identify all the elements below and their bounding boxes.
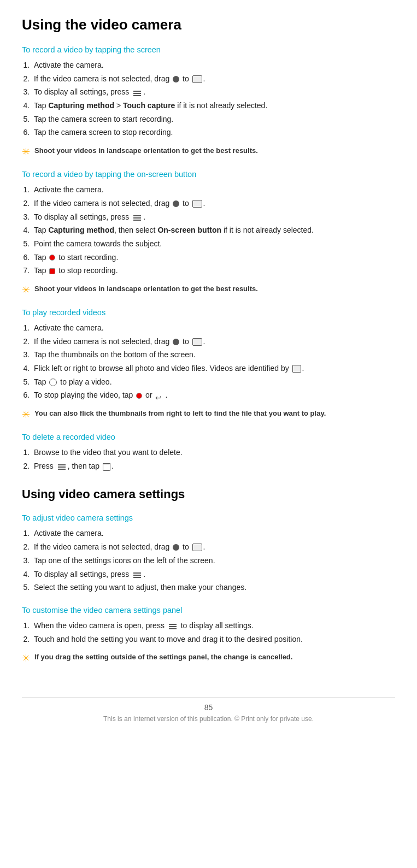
section-title-4: To delete a recorded video (22, 433, 395, 441)
section-title-6: To customise the video camera settings p… (22, 606, 395, 615)
footer: 85 This is an Internet version of this p… (22, 697, 395, 723)
bold-text: On-screen button (157, 226, 221, 234)
circle-icon (173, 76, 179, 82)
tip-text-1: Shoot your videos in landscape orientati… (34, 145, 258, 156)
step-item: If the video camera is not selected, dra… (32, 336, 395, 348)
step-item: Tap the camera screen to start recording… (32, 114, 395, 126)
step-item: Tap the thumbnails on the bottom of the … (32, 349, 395, 361)
back-icon: ↩ (155, 392, 164, 400)
circle-icon (173, 200, 179, 207)
steps-record-tapping: Activate the camera. If the video camera… (32, 60, 395, 139)
tip-box-1: ✳ Shoot your videos in landscape orienta… (22, 145, 395, 158)
record-icon (49, 255, 55, 261)
step-item: Tap the camera screen to stop recording. (32, 127, 395, 139)
step-item: Tap Capturing method, then select On-scr… (32, 225, 395, 237)
step-item: To display all settings, press . (32, 211, 395, 223)
menu-icon (57, 463, 67, 470)
steps-adjust-settings: Activate the camera. If the video camera… (32, 528, 395, 593)
tip-icon: ✳ (22, 652, 30, 664)
videocam-icon (192, 544, 202, 551)
circle-icon (173, 544, 179, 551)
page-title: Using the video camera (22, 16, 395, 33)
trash-icon (103, 462, 110, 471)
step-item: Touch and hold the setting you want to m… (32, 634, 395, 646)
bold-text: Capturing method (48, 226, 114, 234)
steps-customise-panel: When the video camera is open, press to … (32, 620, 395, 645)
stop-red-icon (136, 393, 142, 399)
tip-icon: ✳ (22, 409, 30, 421)
step-item: Tap Capturing method > Touch capture if … (32, 100, 395, 112)
step-item: Browse to the video that you want to del… (32, 447, 395, 459)
page-number: 85 (22, 703, 395, 712)
circle-icon (173, 339, 179, 345)
stop-icon (49, 268, 55, 274)
tip-box-2: ✳ Shoot your videos in landscape orienta… (22, 284, 395, 296)
videofile-icon (292, 365, 301, 373)
step-item: To display all settings, press . (32, 86, 395, 98)
tip-box-3: ✳ You can also flick the thumbnails from… (22, 408, 395, 421)
step-item: If the video camera is not selected, dra… (32, 73, 395, 85)
tip-text-2: Shoot your videos in landscape orientati… (34, 284, 258, 294)
step-item: Tap to stop recording. (32, 265, 395, 277)
steps-record-onscreen: Activate the camera. If the video camera… (32, 184, 395, 277)
section-title-5: To adjust video camera settings (22, 513, 395, 522)
play-icon (49, 379, 57, 386)
tip-box-4: ✳ If you drag the setting outside of the… (22, 652, 395, 664)
step-item: Activate the camera. (32, 322, 395, 334)
step-item: Activate the camera. (32, 60, 395, 72)
section-title-1: To record a video by tapping the screen (22, 45, 395, 54)
bold-text: Capturing method (48, 101, 114, 110)
menu-icon (132, 90, 142, 96)
section-title-3: To play recorded videos (22, 308, 395, 317)
tip-text-3: You can also flick the thumbnails from r… (34, 408, 326, 419)
menu-icon (168, 623, 178, 629)
step-item: Tap to play a video. (32, 376, 395, 388)
step-item: Select the setting you want to adjust, t… (32, 582, 395, 594)
videocam-icon (192, 338, 202, 346)
step-item: Tap one of the settings icons on the lef… (32, 555, 395, 567)
tip-text-4: If you drag the setting outside of the s… (34, 652, 292, 663)
step-item: To display all settings, press . (32, 569, 395, 581)
menu-icon (132, 571, 142, 578)
step-item: If the video camera is not selected, dra… (32, 541, 395, 553)
footer-text: This is an Internet version of this publ… (103, 715, 314, 723)
videocam-icon (192, 75, 202, 83)
step-item: Activate the camera. (32, 528, 395, 540)
step-item: Tap to start recording. (32, 252, 395, 264)
step-item: Activate the camera. (32, 184, 395, 196)
step-item: To stop playing the video, tap or ↩. (32, 389, 395, 401)
step-item: Press , then tap . (32, 460, 395, 473)
steps-delete-recorded: Browse to the video that you want to del… (32, 447, 395, 472)
section-title-2: To record a video by tapping the on-scre… (22, 170, 395, 179)
tip-icon: ✳ (22, 284, 30, 296)
step-item: Flick left or right to browse all photo … (32, 363, 395, 375)
menu-icon (132, 214, 142, 221)
step-item: Point the camera towards the subject. (32, 238, 395, 250)
step-item: If the video camera is not selected, dra… (32, 198, 395, 210)
videocam-icon (192, 200, 202, 208)
bold-text: Touch capture (123, 101, 175, 110)
subtitle: Using video camera settings (22, 487, 395, 501)
tip-icon: ✳ (22, 146, 30, 158)
step-item: When the video camera is open, press to … (32, 620, 395, 632)
steps-play-recorded: Activate the camera. If the video camera… (32, 322, 395, 401)
